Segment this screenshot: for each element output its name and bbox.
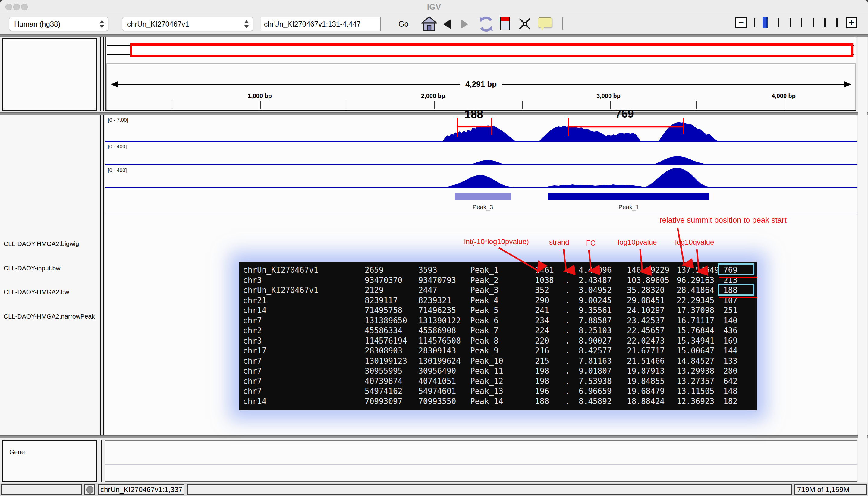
table-cell: 21.67717	[627, 346, 677, 356]
table-cell: 196	[535, 386, 565, 397]
title-bar: IGV	[0, 0, 868, 14]
table-cell: Peak_6	[470, 316, 535, 326]
peak1-feature[interactable]	[548, 193, 710, 200]
annotation-pvalue: -log10pvalue	[616, 238, 657, 247]
table-row: chr24558633445586908Peak_7224.8.2510322.…	[239, 326, 757, 336]
table-cell: 45586334	[365, 326, 418, 336]
track2-baseline	[105, 164, 857, 165]
ruler-panel[interactable]: 4,291 bp 1,000 bp 2,000 bp 3,000 bp 4,00…	[106, 63, 856, 110]
panel-divider[interactable]	[100, 440, 102, 482]
table-cell: 24.10297	[627, 306, 677, 316]
table-row: chr74073987440741051Peak_12198.7.5393819…	[239, 376, 757, 387]
locus-input[interactable]: chrUn_KI270467v1:131-4,447	[261, 17, 381, 31]
peak3-feature[interactable]	[455, 193, 511, 200]
table-cell: 19.68479	[627, 386, 677, 397]
comment-bubble-icon[interactable]	[538, 17, 552, 27]
table-cell: 15.76844	[677, 326, 723, 336]
horizontal-splitter[interactable]	[0, 112, 868, 115]
table-row: chr147149575871496235Peak_5241.9.3556124…	[239, 306, 757, 316]
track-name-bigwig[interactable]: CLL-DAOY-HMGA2.bigwig	[4, 240, 79, 247]
refresh-icon[interactable]	[478, 16, 495, 33]
table-row: chr172830890328309143Peak_9216.8.4257721…	[239, 346, 757, 356]
table-cell: .	[565, 397, 579, 407]
table-cell: Peak_9	[470, 346, 535, 356]
track-name-narrowpeak[interactable]: CLL-DAOY-HMGA2.narrowPeak	[4, 313, 95, 320]
panel-divider[interactable]	[100, 115, 100, 435]
status-indicator-icon	[87, 486, 93, 494]
header-data-panel: 4,291 bp 1,000 bp 2,000 bp 3,000 bp 4,00…	[105, 37, 856, 111]
table-cell: 2.43487	[579, 275, 627, 286]
home-icon[interactable]	[421, 16, 437, 33]
table-cell: Peak_12	[470, 376, 535, 387]
table-cell: .	[565, 296, 579, 306]
table-row: chrUn_KI270467v126593593Peak_11461.4.440…	[239, 265, 757, 275]
chromosome-select[interactable]: chrUn_KI270467v1	[122, 17, 253, 31]
ruler-tick-label: 2,000 bp	[409, 93, 457, 99]
table-cell: 3593	[418, 265, 470, 275]
table-cell: 169	[723, 336, 757, 346]
zoom-tick[interactable]	[754, 18, 755, 27]
zoom-tick[interactable]	[790, 18, 791, 27]
back-arrow-icon[interactable]	[443, 19, 451, 29]
region-of-interest-icon[interactable]	[500, 17, 510, 30]
table-cell: .	[565, 316, 579, 326]
table-cell: 14.84527	[677, 356, 723, 367]
track1-baseline	[105, 141, 857, 142]
bracket2-connector	[568, 126, 684, 127]
gene-track-label[interactable]: Gene	[9, 448, 25, 455]
status-memory[interactable]: 719M of 1,159M	[794, 484, 867, 495]
table-cell: .	[565, 346, 579, 356]
zoom-tick[interactable]	[813, 18, 814, 27]
table-cell: 13.11505	[677, 386, 723, 397]
table-cell: chrUn_KI270467v1	[243, 285, 365, 296]
table-cell: 2129	[365, 285, 418, 296]
track-data-panel: [0 - 7.00] [0 - 400] [0 - 400]	[105, 115, 857, 435]
table-cell: 30956490	[418, 366, 470, 376]
zoom-out-button[interactable]: −	[735, 17, 747, 28]
table-cell: 140	[723, 316, 757, 326]
table-cell: 198	[535, 366, 565, 376]
table-cell: .	[565, 265, 579, 275]
table-cell: 6.96659	[579, 386, 627, 397]
table-cell: 224	[535, 326, 565, 336]
scrollbar-gutter[interactable]	[858, 37, 867, 482]
track-name-input-bw[interactable]: CLL-DAOY-input.bw	[4, 265, 60, 272]
track-name-hmga2-bw[interactable]: CLL-DAOY-HMGA2.bw	[4, 289, 69, 296]
table-cell: 13.29938	[677, 366, 723, 376]
horizontal-splitter[interactable]	[0, 435, 868, 438]
forward-arrow-icon[interactable]	[461, 19, 468, 29]
panel-divider[interactable]	[100, 37, 100, 111]
zoom-tick[interactable]	[778, 18, 779, 27]
zoom-tick[interactable]	[801, 18, 802, 27]
table-cell: 40741051	[418, 376, 470, 387]
table-row: chr3114576194114576508Peak_8220.8.900272…	[239, 336, 757, 346]
table-cell: 130199123	[365, 356, 418, 367]
table-cell: 4.44096	[579, 265, 627, 275]
summit-highlight-box-188	[718, 283, 754, 296]
table-cell: .	[565, 336, 579, 346]
zoom-tick[interactable]	[836, 18, 838, 27]
table-cell: .	[565, 285, 579, 296]
table-cell: 71496235	[418, 306, 470, 316]
genome-select[interactable]: Human (hg38)	[9, 17, 108, 31]
table-cell: 28.41864	[677, 285, 723, 296]
panel-divider[interactable]	[103, 115, 104, 435]
table-cell: 251	[723, 306, 757, 316]
track1-signal	[105, 117, 857, 141]
panel-divider[interactable]	[103, 37, 104, 111]
table-cell: .	[565, 386, 579, 397]
table-cell: chrUn_KI270467v1	[243, 265, 365, 275]
table-cell: 436	[723, 326, 757, 336]
table-cell: 22.45657	[627, 326, 677, 336]
zoom-tick[interactable]	[824, 18, 825, 27]
ruler-tick	[785, 101, 785, 109]
table-cell: 8.45892	[579, 397, 627, 407]
table-cell: 8239117	[365, 296, 418, 306]
go-button[interactable]: Go	[399, 17, 408, 31]
zoom-in-button[interactable]: +	[846, 17, 857, 28]
fit-to-window-icon[interactable]	[518, 17, 532, 31]
table-cell: 22.29345	[677, 296, 723, 306]
zoom-slider-handle[interactable]	[762, 17, 768, 28]
table-cell: 103.89605	[627, 275, 677, 286]
bracket1-connector	[456, 126, 492, 127]
